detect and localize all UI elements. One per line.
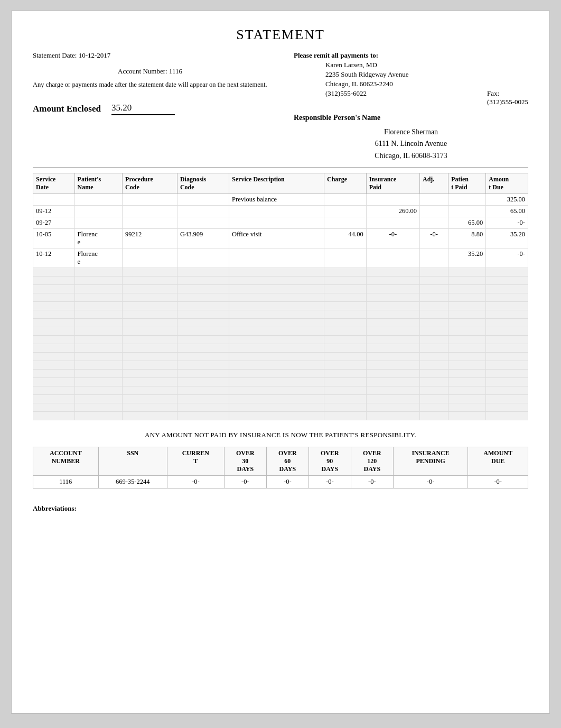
table-row: 09-27 65.00 -0- — [33, 217, 528, 229]
cell-charge — [324, 206, 366, 217]
cell-amount-due: -0- — [486, 217, 528, 229]
table-row: 10-05 Florence 99212 G43.909 Office visi… — [33, 229, 528, 248]
cell-proc — [123, 206, 177, 217]
cell-pat-paid: 35.20 — [448, 248, 486, 268]
col-over60: OVER60DAYS — [266, 447, 308, 476]
table-row: Previous balance 325.00 — [33, 194, 528, 206]
cell-amount-due: -0- — [486, 248, 528, 268]
amount-enclosed-label: Amount Enclosed — [33, 104, 101, 114]
col-amount-due: Amount Due — [486, 173, 528, 194]
disclaimer: ANY AMOUNT NOT PAID BY INSURANCE IS NOW … — [33, 431, 528, 439]
cell-date: 10-12 — [33, 248, 75, 268]
remit-address2: Chicago, IL 60623-2240 — [294, 80, 528, 88]
cell-amount-due: -0- — [468, 476, 528, 489]
top-right: Please remit all payments to: Karen Lars… — [278, 51, 528, 162]
cell-pat-paid: 8.80 — [448, 229, 486, 248]
cell-adj — [420, 248, 448, 268]
col-service-date: ServiceDate — [33, 173, 75, 194]
bottom-data-row: 1116 669-35-2244 -0- -0- -0- -0- -0- -0-… — [33, 476, 528, 489]
amount-enclosed-row: Amount Enclosed 35.20 — [33, 103, 267, 115]
account-number: Account Number: 1116 — [33, 67, 267, 76]
table-row-empty — [33, 395, 528, 403]
statement-date: Statement Date: 10-12-2017 — [33, 51, 267, 60]
col-procedure-code: ProcedureCode — [123, 173, 177, 194]
cell-proc — [123, 194, 177, 206]
cell-ins: 260.00 — [366, 206, 419, 217]
col-over120: OVER120DAYS — [351, 447, 393, 476]
cell-desc: Office visit — [229, 229, 324, 248]
cell-diag — [177, 248, 229, 268]
cell-desc — [229, 248, 324, 268]
responsible-address2: Chicago, IL 60608-3173 — [294, 150, 528, 162]
cell-date — [33, 194, 75, 206]
cell-date: 10-05 — [33, 229, 75, 248]
col-charge: Charge — [324, 173, 366, 194]
table-row-empty — [33, 353, 528, 361]
cell-diag — [177, 194, 229, 206]
cell-proc — [123, 217, 177, 229]
cell-pat-paid: 65.00 — [448, 217, 486, 229]
cell-account: 1116 — [33, 476, 99, 489]
table-header-row: ServiceDate Patient'sName ProcedureCode … — [33, 173, 528, 194]
bottom-table: ACCOUNTNUMBER SSN CURRENT OVER30DAYS OVE… — [33, 447, 528, 489]
table-row-empty — [33, 310, 528, 319]
col-patient-paid: Patient Paid — [448, 173, 486, 194]
col-diagnosis-code: DiagnosisCode — [177, 173, 229, 194]
cell-adj — [420, 206, 448, 217]
col-ins-pending: INSURANCEPENDING — [393, 447, 468, 476]
remit-phone: (312)555-6022 — [294, 89, 367, 106]
statement-date-label: Statement Date: — [33, 51, 77, 59]
col-patient-name: Patient'sName — [74, 173, 123, 194]
cell-charge — [324, 248, 366, 268]
col-service-desc: Service Description — [229, 173, 324, 194]
cell-desc — [229, 217, 324, 229]
cell-amount-due: 325.00 — [486, 194, 528, 206]
top-section: Statement Date: 10-12-2017 Account Numbe… — [33, 51, 528, 162]
cell-ins — [366, 194, 419, 206]
responsible-address: Florence Sherman 6111 N. Lincoln Avenue … — [294, 126, 528, 162]
cell-over90: -0- — [308, 476, 351, 489]
abbreviations-label: Abbreviations: — [33, 504, 528, 513]
table-row-empty — [33, 319, 528, 327]
table-row-empty — [33, 412, 528, 420]
fax-number: (312)555-0025 — [487, 98, 528, 106]
cell-proc — [123, 248, 177, 268]
cell-charge — [324, 217, 366, 229]
cell-charge — [324, 194, 366, 206]
cell-adj — [420, 194, 448, 206]
cell-date: 09-12 — [33, 206, 75, 217]
table-row-empty — [33, 277, 528, 285]
responsible-name: Florence Sherman — [294, 126, 528, 138]
cell-charge: 44.00 — [324, 229, 366, 248]
fax-row: (312)555-6022 Fax: (312)555-0025 — [294, 89, 528, 106]
cell-patient: Florence — [74, 248, 123, 268]
cell-ins — [366, 248, 419, 268]
cell-patient — [74, 217, 123, 229]
divider — [33, 167, 528, 168]
cell-pat-paid — [448, 194, 486, 206]
table-row-empty — [33, 293, 528, 302]
cell-proc: 99212 — [123, 229, 177, 248]
cell-adj — [420, 217, 448, 229]
responsible-address1: 6111 N. Lincoln Avenue — [294, 138, 528, 150]
statement-date-value: 10-12-2017 — [79, 51, 111, 59]
account-number-value: 1116 — [169, 67, 182, 75]
col-adj: Adj. — [420, 173, 448, 194]
cell-desc — [229, 206, 324, 217]
table-row-empty — [33, 378, 528, 386]
cell-ins: -0- — [366, 229, 419, 248]
cell-patient — [74, 206, 123, 217]
cell-diag — [177, 217, 229, 229]
table-row-empty — [33, 386, 528, 395]
table-row-empty — [33, 344, 528, 353]
cell-ins-pending: -0- — [393, 476, 468, 489]
col-amount-due: AMOUNTDUE — [468, 447, 528, 476]
main-table: ServiceDate Patient'sName ProcedureCode … — [33, 173, 528, 420]
cell-desc: Previous balance — [229, 194, 324, 206]
col-ssn: SSN — [98, 447, 167, 476]
cell-over60: -0- — [266, 476, 308, 489]
cell-diag: G43.909 — [177, 229, 229, 248]
remit-fax: Fax: (312)555-0025 — [487, 89, 528, 106]
amount-enclosed-value: 35.20 — [111, 103, 175, 115]
table-row-empty — [33, 268, 528, 277]
